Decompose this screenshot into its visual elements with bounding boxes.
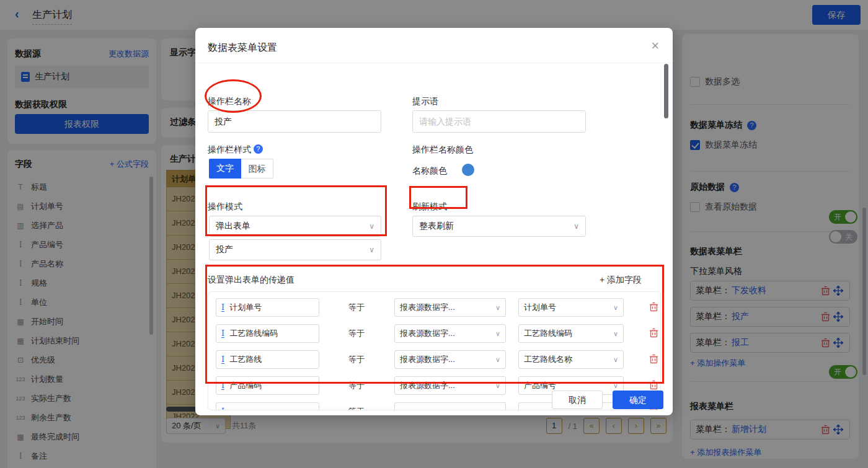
transfer-field-label: 计划单号 (229, 302, 262, 313)
source-select[interactable]: 报表源数据字...∨ (394, 350, 506, 369)
trash-icon[interactable] (649, 328, 659, 339)
chevron-down-icon: ∨ (613, 356, 618, 364)
transfer-field-box[interactable]: I计划单号 (216, 298, 319, 317)
text-icon: I (221, 304, 224, 312)
chevron-down-icon: ∨ (495, 330, 500, 338)
refresh-mode-select[interactable]: 整表刷新 ∨ (412, 216, 586, 237)
chevron-down-icon: ∨ (495, 382, 500, 390)
help-icon[interactable]: ? (254, 144, 263, 154)
source-select[interactable]: 报表源数据字...∨ (394, 324, 506, 343)
tip-label: 提示语 (412, 96, 438, 107)
chevron-down-icon: ∨ (495, 408, 500, 411)
source-select[interactable]: 报表源数据字...∨ (394, 298, 506, 317)
chevron-down-icon: ∨ (574, 222, 579, 231)
target-select[interactable]: 计划单号∨ (518, 298, 624, 317)
transfer-field-label: 工艺路线 (229, 354, 262, 365)
operator-label: 等于 (348, 328, 365, 339)
cancel-button[interactable]: 取消 (552, 391, 603, 409)
chevron-down-icon: ∨ (613, 382, 618, 390)
transfer-field-label: 工艺路线编码 (229, 328, 278, 339)
text-icon: I (221, 330, 224, 338)
action-form-select[interactable]: 投产 ∨ (209, 239, 381, 260)
text-icon: I (221, 382, 224, 390)
table-menu-settings-dialog: 数据表菜单设置 × 操作栏名称 投产 提示语 请输入提示语 操作栏样式 ? 文字… (195, 28, 673, 415)
ok-button[interactable]: 确定 (613, 391, 663, 409)
text-icon: I (221, 408, 224, 411)
trash-icon[interactable] (649, 380, 659, 391)
action-name-input[interactable]: 投产 (208, 110, 381, 133)
add-field-link[interactable]: + 添加字段 (600, 275, 642, 286)
action-mode-select[interactable]: 弹出表单 ∨ (209, 216, 381, 237)
chevron-down-icon: ∨ (369, 245, 374, 254)
trash-icon[interactable] (649, 302, 659, 313)
target-select[interactable]: 工艺路线名称∨ (518, 350, 624, 369)
text-icon: I (221, 356, 224, 364)
name-color-label: 名称颜色 (412, 166, 447, 177)
refresh-mode-label: 刷新模式 (412, 201, 447, 213)
transfer-field-box[interactable]: I (216, 402, 319, 410)
action-mode-label: 操作模式 (208, 201, 242, 213)
name-color-section-label: 操作栏名称颜色 (412, 144, 473, 156)
chevron-down-icon: ∨ (495, 356, 500, 364)
chevron-down-icon: ∨ (495, 304, 500, 312)
transfer-field-label: 产品编码 (229, 380, 262, 391)
close-icon[interactable]: × (651, 38, 659, 54)
trash-icon[interactable] (649, 354, 659, 365)
transfer-row-2: I工艺路线编码等于报表源数据字...∨工艺路线编码∨ (208, 324, 660, 343)
color-swatch[interactable] (462, 164, 474, 176)
source-select[interactable]: 报表源数据字...∨ (394, 376, 506, 395)
transfer-row-3: I工艺路线等于报表源数据字...∨工艺路线名称∨ (208, 350, 660, 369)
chevron-down-icon: ∨ (369, 222, 374, 231)
chevron-down-icon: ∨ (613, 330, 618, 338)
chevron-down-icon: ∨ (613, 304, 618, 312)
modal-scrollbar[interactable] (664, 64, 668, 118)
transfer-field-box[interactable]: I工艺路线 (216, 350, 319, 369)
action-name-label: 操作栏名称 (208, 96, 251, 107)
tip-input[interactable]: 请输入提示语 (412, 110, 586, 133)
operator-label: 等于 (348, 406, 365, 410)
target-select[interactable]: 工艺路线编码∨ (518, 324, 624, 343)
style-label: 操作栏样式 (208, 144, 251, 154)
transfer-row-1: I计划单号等于报表源数据字...∨计划单号∨ (208, 298, 660, 317)
operator-label: 等于 (348, 354, 365, 365)
operator-label: 等于 (348, 302, 365, 313)
tab-icon-style[interactable]: 图标 (241, 159, 273, 179)
source-select[interactable]: ∨ (394, 402, 506, 410)
dialog-title: 数据表菜单设置 (208, 42, 277, 55)
transfer-field-box[interactable]: I工艺路线编码 (216, 324, 319, 343)
operator-label: 等于 (348, 380, 365, 391)
transfer-field-box[interactable]: I产品编码 (216, 376, 319, 395)
transfer-values-label: 设置弹出表单的传递值 (208, 275, 294, 286)
tab-text-style[interactable]: 文字 (209, 159, 241, 179)
